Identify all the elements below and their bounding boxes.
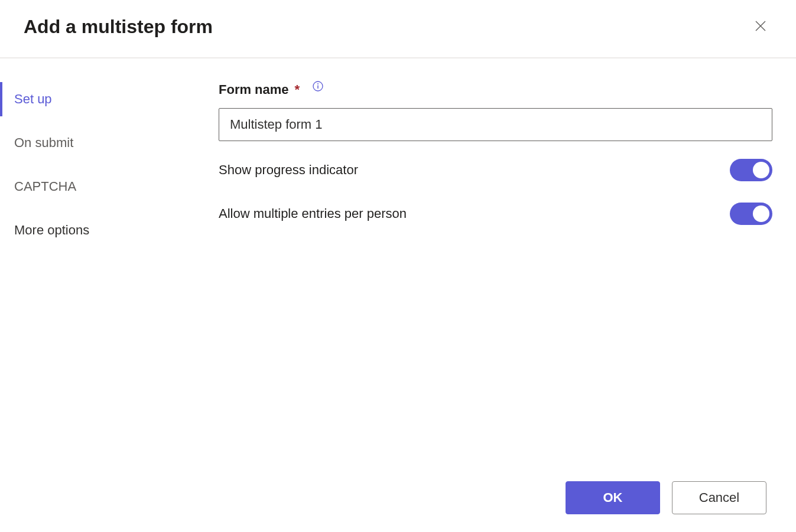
progress-indicator-toggle[interactable] (730, 159, 772, 181)
sidebar: Set up On submit CAPTCHA More options (0, 58, 213, 472)
close-icon (753, 19, 768, 35)
sidebar-item-label: On submit (14, 135, 73, 150)
info-icon[interactable] (313, 81, 323, 92)
svg-point-4 (317, 83, 319, 84)
toggle-handle (753, 162, 769, 178)
main-panel: Form name * Show progress indicator Allo… (213, 58, 796, 472)
sidebar-item-captcha[interactable]: CAPTCHA (0, 169, 213, 204)
sidebar-item-label: CAPTCHA (14, 179, 76, 194)
form-name-label: Form name (219, 82, 289, 97)
dialog-header: Add a multistep form (0, 0, 796, 58)
multiple-entries-toggle[interactable] (730, 203, 772, 225)
progress-indicator-row: Show progress indicator (219, 159, 772, 181)
dialog-footer: OK Cancel (566, 481, 766, 514)
sidebar-item-label: Set up (14, 92, 52, 106)
form-name-field: Form name * (219, 82, 772, 141)
multiple-entries-label: Allow multiple entries per person (219, 206, 407, 221)
ok-button[interactable]: OK (566, 481, 660, 514)
close-button[interactable] (749, 14, 772, 40)
form-name-label-row: Form name * (219, 82, 772, 97)
sidebar-item-label: More options (14, 223, 89, 237)
progress-indicator-label: Show progress indicator (219, 162, 358, 178)
sidebar-item-on-submit[interactable]: On submit (0, 126, 213, 160)
required-indicator: * (295, 82, 300, 97)
form-name-input[interactable] (219, 108, 772, 141)
multiple-entries-row: Allow multiple entries per person (219, 203, 772, 225)
toggle-handle (753, 205, 769, 222)
cancel-button[interactable]: Cancel (672, 481, 766, 514)
sidebar-item-more-options[interactable]: More options (0, 213, 213, 247)
sidebar-item-setup[interactable]: Set up (0, 82, 213, 116)
dialog-body: Set up On submit CAPTCHA More options Fo… (0, 58, 796, 472)
dialog-title: Add a multistep form (24, 16, 213, 38)
